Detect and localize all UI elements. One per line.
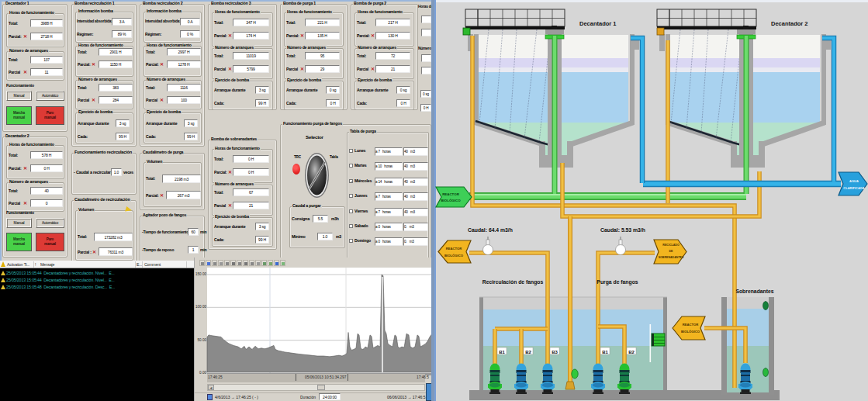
svg-text:SOBRENADANTES: SOBRENADANTES <box>659 256 684 259</box>
svg-text:Decantador 1: Decantador 1 <box>579 20 617 27</box>
svg-text:Purga de fangos: Purga de fangos <box>597 279 638 285</box>
svg-text:BIOLÓGICO: BIOLÓGICO <box>681 330 700 334</box>
svg-text:Recirculación de fangos: Recirculación de fangos <box>482 279 544 285</box>
svg-text:Caudal: 5.53 m3/h: Caudal: 5.53 m3/h <box>600 227 645 233</box>
svg-text:Caudal: 64.4 m3/h: Caudal: 64.4 m3/h <box>468 227 513 233</box>
svg-text:B2: B2 <box>628 350 635 354</box>
svg-text:CLARIFICADA: CLARIFICADA <box>843 186 864 190</box>
svg-text:REACTOR: REACTOR <box>442 192 459 196</box>
svg-text:AGUA: AGUA <box>849 179 859 183</box>
svg-text:Sobrenadantes: Sobrenadantes <box>735 289 773 294</box>
svg-text:BIOLÓGICO: BIOLÓGICO <box>441 199 461 202</box>
svg-text:REACTOR: REACTOR <box>683 323 699 327</box>
svg-text:B1: B1 <box>499 350 505 354</box>
svg-text:B3: B3 <box>552 350 558 354</box>
svg-text:B1: B1 <box>602 350 608 354</box>
svg-text:Decantador 2: Decantador 2 <box>771 20 808 27</box>
svg-text:REACTOR: REACTOR <box>446 247 462 251</box>
svg-text:B2: B2 <box>525 350 531 354</box>
svg-text:RECICLADO: RECICLADO <box>662 244 680 247</box>
svg-text:BIOLÓGICO: BIOLÓGICO <box>444 254 464 258</box>
svg-text:DE: DE <box>669 250 674 253</box>
